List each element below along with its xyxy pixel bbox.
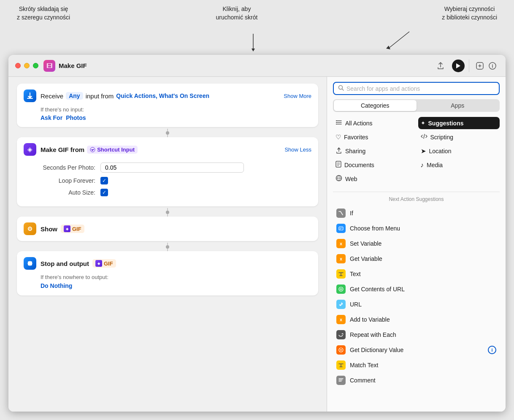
if-no-input-label: If there's no input: bbox=[41, 106, 311, 113]
divider-2 bbox=[17, 208, 318, 217]
stop-label: Stop and output bbox=[41, 260, 89, 267]
cat-documents[interactable]: Documents bbox=[333, 159, 415, 171]
make-gif-icon: ◈ bbox=[24, 143, 36, 156]
seconds-label: Seconds Per Photo: bbox=[28, 164, 95, 171]
cat-media[interactable]: ♪ Media bbox=[418, 159, 500, 171]
search-input[interactable] bbox=[346, 85, 495, 92]
title-bar: 🎞 Make GIF bbox=[8, 55, 506, 77]
match-text-icon bbox=[336, 360, 346, 370]
suggestion-dict-value-label: Get Dictionary Value bbox=[350, 347, 484, 353]
get-url-icon bbox=[336, 285, 346, 294]
dict-value-icon bbox=[336, 345, 346, 355]
suggestion-comment[interactable]: Comment bbox=[333, 373, 500, 388]
loop-forever-row: Loop Forever: ✓ bbox=[24, 177, 311, 184]
show-more-button[interactable]: Show More bbox=[284, 93, 311, 99]
svg-point-8 bbox=[30, 228, 31, 230]
left-panel: Receive Any input from Quick Actions, Wh… bbox=[8, 77, 327, 412]
cat-suggestions-label: Suggestions bbox=[428, 120, 464, 127]
title-actions bbox=[434, 60, 465, 72]
app-icon: 🎞 bbox=[43, 60, 55, 72]
suggestion-set-variable[interactable]: x Set Variable bbox=[333, 236, 500, 251]
show-gif-badge[interactable]: ◈ GIF bbox=[61, 225, 84, 233]
maximize-button[interactable] bbox=[33, 63, 38, 68]
seconds-input[interactable] bbox=[100, 163, 244, 173]
suggestion-add-variable[interactable]: x Add to Variable bbox=[333, 312, 500, 327]
cat-suggestions[interactable]: ✦ Suggestions bbox=[418, 117, 500, 129]
stop-gif-badge[interactable]: ◈ GIF bbox=[92, 259, 116, 268]
svg-marker-1 bbox=[252, 49, 255, 51]
share-button[interactable] bbox=[434, 60, 447, 72]
cat-all-actions[interactable]: All Actions bbox=[333, 117, 415, 129]
comment-icon bbox=[336, 376, 346, 385]
repeat-icon bbox=[336, 330, 346, 339]
dict-value-info-button[interactable]: i bbox=[488, 346, 496, 354]
suggestion-get-variable[interactable]: x Get Variable bbox=[333, 251, 500, 266]
svg-line-2 bbox=[388, 32, 409, 49]
annotation-middle: Kliknij, aby uruchomić skrót bbox=[216, 5, 258, 22]
svg-point-16 bbox=[336, 124, 337, 125]
shortcut-input-badge[interactable]: Shortcut Input bbox=[87, 146, 138, 154]
suggestion-repeat[interactable]: Repeat with Each bbox=[333, 327, 500, 342]
categories-tab[interactable]: Categories bbox=[334, 100, 417, 111]
suggestion-get-variable-label: Get Variable bbox=[350, 255, 496, 262]
photos-button[interactable]: Photos bbox=[66, 114, 86, 121]
auto-size-checkbox[interactable]: ✓ bbox=[100, 189, 108, 196]
divider-3 bbox=[17, 243, 318, 251]
cat-scripting[interactable]: Scripting bbox=[418, 131, 500, 143]
suggestion-get-url-label: Get Contents of URL bbox=[350, 286, 496, 293]
cat-sharing[interactable]: Sharing bbox=[333, 145, 415, 157]
loop-checkbox[interactable]: ✓ bbox=[100, 177, 108, 184]
media-icon: ♪ bbox=[421, 161, 424, 168]
ask-for-button[interactable]: Ask For bbox=[41, 114, 62, 121]
main-window: 🎞 Make GIF bbox=[8, 55, 506, 412]
show-less-button[interactable]: Show Less bbox=[284, 146, 311, 153]
apps-tab[interactable]: Apps bbox=[417, 100, 499, 111]
cat-web-label: Web bbox=[345, 176, 357, 182]
search-bar bbox=[333, 82, 500, 95]
suggestion-dict-value[interactable]: Get Dictionary Value i bbox=[333, 342, 500, 358]
suggestion-text[interactable]: Text bbox=[333, 266, 500, 282]
suggestion-match-text[interactable]: Match Text bbox=[333, 358, 500, 373]
info-button[interactable] bbox=[486, 60, 499, 72]
suggestion-url-label: URL bbox=[350, 301, 496, 308]
stop-card: Stop and output ◈ GIF If there's nowhere… bbox=[17, 251, 318, 295]
traffic-lights bbox=[15, 63, 38, 68]
get-variable-icon: x bbox=[336, 254, 346, 263]
minimize-button[interactable] bbox=[24, 63, 30, 68]
suggestion-url[interactable]: URL bbox=[333, 297, 500, 312]
suggestion-repeat-label: Repeat with Each bbox=[350, 331, 496, 338]
receive-label: Receive bbox=[41, 92, 63, 100]
locations-badge[interactable]: Quick Actions, What's On Screen bbox=[116, 92, 209, 99]
suggestion-match-text-label: Match Text bbox=[350, 362, 496, 369]
suggestion-comment-label: Comment bbox=[350, 377, 496, 384]
suggestions-icon: ✦ bbox=[421, 120, 425, 126]
make-gif-card: ◈ Make GIF from Shortcut Input Show Less… bbox=[17, 137, 318, 206]
suggestion-choose-menu[interactable]: Choose from Menu bbox=[333, 221, 500, 236]
annotation-left: Skróty składają się z szeregu czynności bbox=[17, 5, 70, 55]
cat-web[interactable]: Web bbox=[333, 173, 415, 185]
any-badge[interactable]: Any bbox=[66, 92, 83, 100]
show-icon bbox=[24, 222, 36, 235]
cat-media-label: Media bbox=[427, 162, 443, 168]
add-to-shortcuts-button[interactable] bbox=[473, 60, 486, 72]
suggestions-title: Next Action Suggestions bbox=[333, 196, 500, 202]
set-variable-icon: x bbox=[336, 239, 346, 248]
all-actions-icon bbox=[335, 119, 342, 127]
suggestion-get-url[interactable]: Get Contents of URL bbox=[333, 282, 500, 297]
loop-label: Loop Forever: bbox=[28, 177, 95, 184]
receive-sub: If there's no input: Ask For Photos bbox=[24, 106, 311, 121]
cat-location[interactable]: ➤ Location bbox=[418, 145, 500, 157]
documents-icon bbox=[335, 161, 341, 169]
receive-icon bbox=[24, 89, 36, 102]
suggestion-add-variable-label: Add to Variable bbox=[350, 316, 496, 323]
sharing-icon bbox=[335, 147, 342, 155]
divider-1 bbox=[17, 129, 318, 137]
do-nothing-button[interactable]: Do Nothing bbox=[41, 282, 72, 289]
category-grid: All Actions ✦ Suggestions ♡ Favorites bbox=[333, 117, 500, 185]
play-button[interactable] bbox=[452, 60, 465, 72]
suggestion-text-label: Text bbox=[350, 271, 496, 277]
stop-icon bbox=[24, 257, 36, 270]
suggestion-if[interactable]: If bbox=[333, 206, 500, 221]
cat-favorites[interactable]: ♡ Favorites bbox=[333, 131, 415, 143]
close-button[interactable] bbox=[15, 63, 21, 68]
